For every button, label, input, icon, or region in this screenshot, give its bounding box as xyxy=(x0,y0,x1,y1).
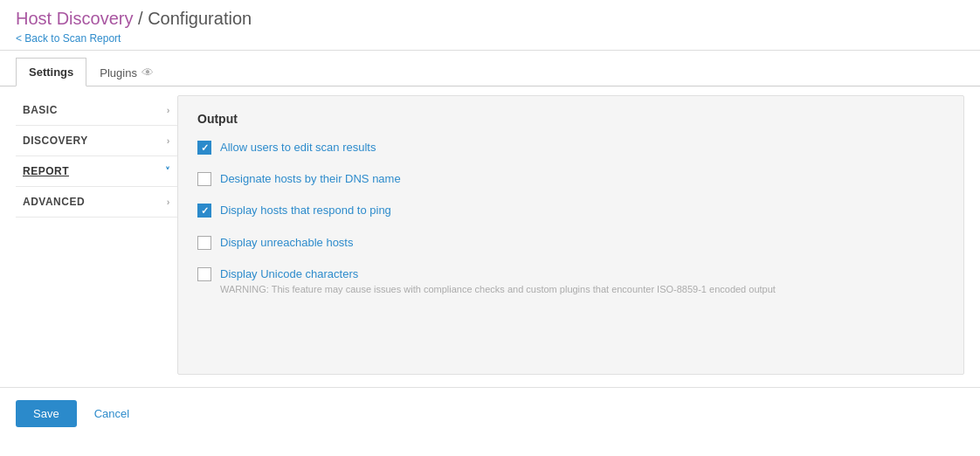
checkbox-display-unreachable[interactable] xyxy=(197,236,211,250)
sidebar-arrow-basic: › xyxy=(167,105,170,115)
checkbox-label-allow-edit[interactable]: Allow users to edit scan results xyxy=(220,141,376,154)
save-button[interactable]: Save xyxy=(16,400,77,427)
sidebar-label-discovery: DISCOVERY xyxy=(23,135,88,147)
content-panel: Output Allow users to edit scan results … xyxy=(177,95,964,375)
footer-bar: Save Cancel xyxy=(0,387,980,439)
checkbox-row-designate-dns: Designate hosts by their DNS name xyxy=(197,171,944,187)
checkbox-row-display-ping: Display hosts that respond to ping xyxy=(197,203,944,218)
title-part2: Configuration xyxy=(148,9,252,28)
checkbox-warning-display-unicode: WARNING: This feature may cause issues w… xyxy=(220,284,776,294)
main-content: BASIC › DISCOVERY › REPORT ˅ ADVANCED › … xyxy=(0,86,980,383)
tab-settings[interactable]: Settings xyxy=(16,58,86,86)
checkbox-row-display-unicode: Display Unicode characters WARNING: This… xyxy=(197,266,944,294)
cancel-button[interactable]: Cancel xyxy=(91,400,133,427)
section-title: Output xyxy=(197,112,944,126)
checkbox-row-allow-edit: Allow users to edit scan results xyxy=(197,140,944,155)
checkbox-allow-edit[interactable] xyxy=(197,141,211,155)
sidebar-label-report: REPORT xyxy=(23,165,69,177)
checkbox-display-ping[interactable] xyxy=(197,204,211,218)
back-link[interactable]: Back to Scan Report xyxy=(16,32,121,45)
checkbox-label-display-unreachable[interactable]: Display unreachable hosts xyxy=(220,236,353,249)
sidebar-arrow-discovery: › xyxy=(167,135,170,146)
checkbox-row-display-unreachable: Display unreachable hosts xyxy=(197,235,944,251)
sidebar-label-advanced: ADVANCED xyxy=(23,196,85,208)
tab-plugins[interactable]: Plugins 👁 xyxy=(86,58,167,86)
checkbox-label-display-ping[interactable]: Display hosts that respond to ping xyxy=(220,204,391,217)
page-header: Host Discovery / Configuration Back to S… xyxy=(0,0,980,51)
eye-icon: 👁 xyxy=(141,66,154,79)
checkbox-label-display-unicode[interactable]: Display Unicode characters xyxy=(220,267,358,280)
sidebar-arrow-advanced: › xyxy=(167,197,170,207)
sidebar-item-discovery[interactable]: DISCOVERY › xyxy=(16,126,177,156)
title-separator: / xyxy=(133,9,148,28)
checkbox-designate-dns[interactable] xyxy=(197,172,211,186)
sidebar-item-advanced[interactable]: ADVANCED › xyxy=(16,187,177,218)
title-part1: Host Discovery xyxy=(16,9,133,28)
tabs-bar: Settings Plugins 👁 xyxy=(0,58,980,86)
page-title: Host Discovery / Configuration xyxy=(16,9,964,29)
sidebar-label-basic: BASIC xyxy=(23,104,58,116)
sidebar: BASIC › DISCOVERY › REPORT ˅ ADVANCED › xyxy=(16,95,177,375)
checkbox-label-designate-dns[interactable]: Designate hosts by their DNS name xyxy=(220,172,401,185)
sidebar-arrow-report: ˅ xyxy=(165,166,171,177)
sidebar-item-basic[interactable]: BASIC › xyxy=(16,95,177,126)
checkbox-display-unicode[interactable] xyxy=(197,267,211,281)
sidebar-item-report[interactable]: REPORT ˅ xyxy=(16,156,177,187)
